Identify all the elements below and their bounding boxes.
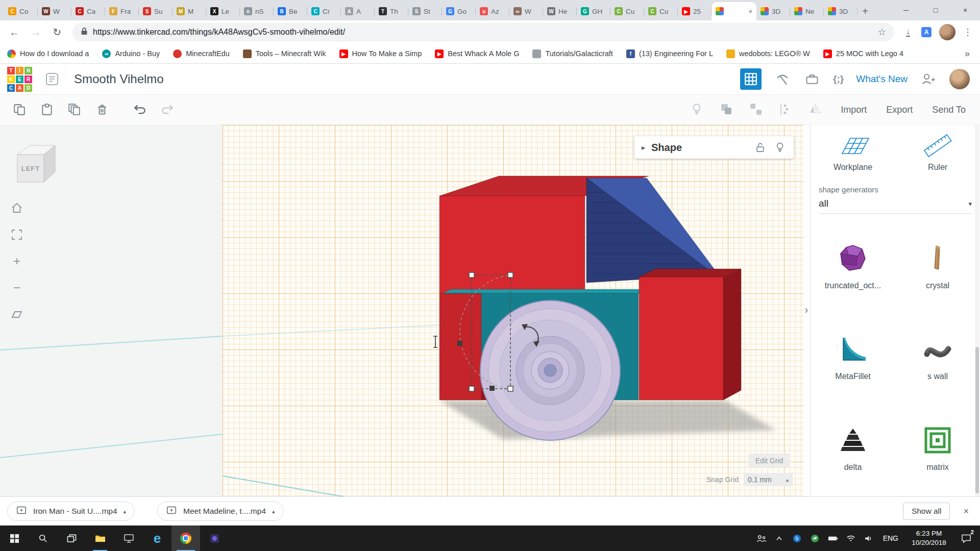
bookmark-tutorials-galacticraft[interactable]: Tutorials/Galacticraft [532, 49, 612, 58]
zoom-out-icon[interactable]: − [9, 280, 24, 295]
window-minimize-button[interactable]: ─ [891, 0, 921, 20]
tab-cu[interactable]: CCu [610, 2, 644, 20]
bookmark-tools-minecraft-wik[interactable]: Tools – Minecraft Wik [243, 49, 326, 58]
search-icon[interactable] [29, 525, 57, 551]
tab-go[interactable]: GGo [442, 2, 476, 20]
tab-co[interactable]: CCo [4, 2, 38, 20]
address-bar[interactable]: https://www.tinkercad.com/things/kA48Aws… [72, 23, 894, 41]
tab-cu[interactable]: CCu [644, 2, 678, 20]
delete-icon[interactable] [92, 99, 112, 120]
tab-st[interactable]: SSt [408, 2, 442, 20]
bookmark-25-moc-with-lego-4[interactable]: ▶25 MOC with Lego 4 [823, 49, 903, 58]
show-all-downloads-button[interactable]: Show all [903, 503, 950, 520]
forward-button[interactable]: → [27, 23, 45, 41]
tab-close-icon[interactable]: × [748, 8, 752, 15]
tab-m[interactable]: MM [173, 2, 206, 20]
tab-w[interactable]: ∞W [509, 2, 543, 20]
download-menu-caret-icon[interactable]: ▴ [272, 508, 275, 515]
download-item[interactable]: Meet Madeline, t....mp4▴ [157, 502, 284, 521]
bookmark-how-to-make-a-simp[interactable]: ▶How To Make a Simp [339, 49, 422, 58]
browser-menu-icon[interactable]: ⋮ [961, 27, 975, 38]
export-button[interactable]: Export [886, 105, 913, 115]
group-icon[interactable] [719, 102, 733, 118]
edge-icon[interactable]: e [143, 525, 172, 551]
tab-be[interactable]: BBe [274, 2, 307, 20]
snap-grid-dropdown[interactable]: 0.1 mm ▴ [744, 473, 793, 486]
url-text[interactable]: https://www.tinkercad.com/things/kA48Aws… [93, 28, 873, 37]
bookmark-best-whack-a-mole-g[interactable]: ▶Best Whack A Mole G [435, 49, 519, 58]
tab-fra[interactable]: FFra [105, 2, 139, 20]
monitor-app-icon[interactable] [114, 525, 143, 551]
tab-he[interactable]: WHe [543, 2, 577, 20]
bookmark-how-do-i-download-a[interactable]: How do I download a [7, 49, 89, 58]
bookmark-star-icon[interactable]: ☆ [878, 27, 886, 38]
tab-cr[interactable]: CCr [307, 2, 341, 20]
paint3d-app-icon[interactable] [200, 525, 229, 551]
scrollbar-thumb[interactable] [975, 347, 979, 493]
window-close-button[interactable]: × [950, 0, 980, 20]
redo-icon[interactable] [159, 103, 175, 117]
task-view-icon[interactable] [57, 525, 86, 551]
minecraft-pickaxe-icon[interactable] [774, 70, 791, 88]
tab-le[interactable]: XLe [206, 2, 240, 20]
taskbar-clock[interactable]: 6:23 PM 10/20/2018 [907, 529, 951, 547]
expand-caret-icon[interactable]: ▸ [642, 143, 645, 152]
whats-new-link[interactable]: What's New [856, 73, 908, 85]
translate-extension-icon[interactable]: A [919, 24, 934, 40]
battery-icon[interactable] [827, 531, 839, 545]
tab-3d[interactable]: 3D [824, 2, 857, 20]
design-title[interactable]: Smooth Vihelmo [74, 72, 164, 86]
undo-icon[interactable] [133, 103, 148, 117]
design-list-button[interactable] [42, 69, 62, 89]
workplane-tool[interactable]: Workplane [811, 133, 895, 172]
wifi-icon[interactable] [845, 531, 856, 545]
reload-button[interactable]: ↻ [48, 23, 66, 41]
shape-crystal[interactable]: crystal [921, 242, 954, 290]
new-tab-button[interactable]: + [857, 2, 873, 20]
perspective-toggle-icon[interactable] [9, 307, 24, 322]
tab-ca[interactable]: CCa [71, 2, 105, 20]
tab-active[interactable]: × [712, 2, 756, 20]
file-explorer-icon[interactable] [86, 525, 114, 551]
align-icon[interactable] [778, 102, 793, 118]
download-extension-icon[interactable]: ↓ [900, 24, 916, 40]
tab-gh[interactable]: GGH [577, 2, 610, 20]
tab-a[interactable]: AA [341, 2, 375, 20]
dashboard-grid-button[interactable] [740, 68, 762, 90]
battery-saver-tray-icon[interactable] [810, 531, 821, 545]
circuits-briefcase-icon[interactable] [803, 70, 821, 88]
mirror-flip-icon[interactable] [808, 102, 822, 118]
tab-ns[interactable]: nnS [240, 2, 274, 20]
back-button[interactable]: ← [5, 23, 23, 41]
unlock-icon[interactable] [754, 141, 767, 154]
start-icon[interactable] [0, 525, 29, 551]
import-button[interactable]: Import [841, 105, 867, 115]
3d-viewport[interactable] [223, 125, 803, 496]
user-avatar[interactable] [949, 69, 970, 89]
fit-view-icon[interactable] [9, 227, 24, 242]
codeblocks-icon[interactable]: {;} [833, 70, 844, 88]
bookmark-arduino-buy[interactable]: ∞Arduino - Buy [102, 49, 160, 58]
sidebar-scrollbar[interactable] [975, 125, 979, 496]
close-downloads-icon[interactable]: × [963, 506, 969, 517]
shape-s-wall[interactable]: s wall [921, 333, 954, 381]
home-view-icon[interactable] [9, 201, 24, 216]
ungroup-icon[interactable] [749, 102, 763, 118]
tab-w[interactable]: WW [38, 2, 71, 20]
bookmarks-overflow-chevron[interactable]: » [962, 48, 973, 59]
invite-person-icon[interactable] [920, 70, 937, 88]
download-item[interactable]: Iron Man - Suit U....mp4▴ [7, 502, 135, 521]
shape-matrix[interactable]: matrix [921, 424, 954, 472]
bookmark-wedobots-lego-w[interactable]: wedobots: LEGO® W [726, 49, 810, 58]
tab-25[interactable]: ▶25 [678, 2, 712, 20]
window-maximize-button[interactable]: □ [921, 0, 950, 20]
people-icon[interactable] [756, 531, 767, 545]
tinkercad-logo[interactable]: TINKERCAD [7, 67, 32, 92]
zoom-in-icon[interactable]: + [9, 254, 24, 269]
bluetooth-tray-icon[interactable]: b [792, 531, 803, 545]
show-all-lightbulb-icon[interactable] [690, 102, 704, 118]
tab-su[interactable]: SSu [139, 2, 173, 20]
send-to-button[interactable]: Send To [932, 105, 966, 115]
bookmark-minecraftedu[interactable]: MinecraftEdu [173, 49, 229, 58]
bookmark-13-engineering-for-l[interactable]: f(13) Engineering For L [626, 49, 713, 58]
